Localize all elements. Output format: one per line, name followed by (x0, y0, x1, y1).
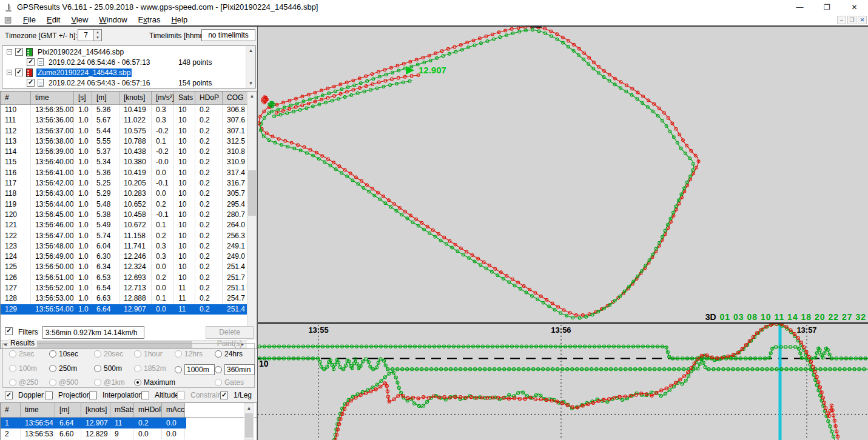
table-row[interactable]: 11913:56:44.0001.05.4810.6520.2100.2295.… (1, 199, 247, 210)
restore-button[interactable]: ❐ (813, 0, 841, 14)
menu-file[interactable]: File (18, 14, 41, 25)
radio-input-360min[interactable] (224, 364, 255, 375)
tree-session-checkbox[interactable] (27, 58, 35, 66)
results-table-scrollbar[interactable]: ▲ (244, 403, 254, 440)
tree-file-label[interactable]: Zume20190224_145443.sbp (36, 68, 132, 77)
menu-help[interactable]: Help (166, 14, 193, 25)
radio-1852m[interactable]: 1852m (134, 364, 166, 373)
radio-1000m[interactable] (175, 364, 215, 375)
tree-expander-icon[interactable]: − (7, 49, 12, 55)
menu-edit[interactable]: Edit (41, 14, 66, 25)
column-header-[interactable]: # (1, 92, 31, 105)
option-doppler[interactable]: Doppler (5, 391, 44, 399)
timezone-spinner[interactable]: 7 ▲ ▼ (78, 29, 102, 41)
radio-circle[interactable] (9, 379, 16, 386)
column-header-m[interactable]: [m] (92, 92, 119, 105)
option-projection[interactable]: Projection (45, 391, 90, 399)
scroll-up-icon[interactable]: ▲ (247, 92, 257, 101)
scroll-down-icon[interactable]: ▼ (246, 79, 255, 88)
option-checkbox[interactable] (220, 392, 228, 399)
tree-file-label[interactable]: Pixi20190224_145446.sbp (36, 48, 125, 56)
radio-circle[interactable] (215, 350, 222, 358)
table-row[interactable]: 11413:56:39.0001.05.3710.438-0.2100.2310… (1, 147, 247, 157)
option-interpolation[interactable]: Interpolation (89, 391, 143, 399)
column-header-knots[interactable]: [knots] (119, 92, 152, 105)
tree-session-label[interactable]: 2019.02.24 06:54:46 - 06:57:13 (47, 58, 151, 67)
title-bar[interactable]: GPSResults V6.161 - 25.09.2018 - www.gps… (0, 0, 868, 14)
delete-points-button[interactable]: Delete Point(s) (206, 326, 254, 339)
option-checkbox[interactable] (89, 392, 97, 399)
results-column-header[interactable]: mHDoP (134, 403, 162, 418)
table-row[interactable]: 11713:56:42.0001.05.2510.205-0.1100.2316… (1, 178, 247, 188)
table-row[interactable]: 12013:56:45.0001.05.3810.458-0.1100.2280… (1, 210, 247, 220)
spinner-up-icon[interactable]: ▲ (94, 30, 101, 35)
radio-circle[interactable] (94, 379, 101, 386)
radio-at1km[interactable]: @1km (94, 378, 125, 387)
option-checkbox[interactable] (141, 392, 149, 399)
table-row[interactable]: 12213:56:47.0001.05.7411.1580.2100.2256.… (1, 231, 247, 241)
menu-extras[interactable]: Extras (133, 14, 166, 25)
column-header-s[interactable]: [s] (74, 92, 92, 105)
radio-maximum[interactable]: Maximum (134, 378, 175, 387)
tree-file-checkbox[interactable] (15, 68, 23, 76)
table-row[interactable]: 11513:56:40.0001.05.3410.380-0.0100.2310… (1, 157, 247, 167)
timelimits-value[interactable]: no timelimits (201, 29, 255, 41)
table-row[interactable]: 11213:56:37.0001.05.4410.575-0.2100.2307… (1, 126, 247, 136)
radio-circle[interactable] (49, 379, 56, 386)
radio-250m[interactable]: 250m (49, 364, 77, 373)
radio-24hrs[interactable]: 24hrs (215, 350, 243, 358)
tree-session-checkbox[interactable] (27, 79, 35, 87)
radio-100m[interactable]: 100m (9, 364, 37, 373)
tree-session-label[interactable]: 2019.02.24 06:54:43 - 06:57:16 (47, 79, 151, 87)
table-row[interactable]: 11813:56:43.0001.05.2910.2830.0100.2305.… (1, 188, 247, 199)
radio-circle[interactable] (94, 350, 101, 358)
tree-file-item[interactable]: −Zume20190224_145443.sbp (2, 67, 245, 78)
option-constrain[interactable]: Constrain (177, 391, 221, 399)
filters-input[interactable] (42, 326, 144, 339)
track-map[interactable]: 12.907 3D01 03 08 10 11 14 18 20 22 27 3… (258, 27, 868, 322)
tree-scrollbar[interactable]: ▲ ▼ (246, 46, 255, 88)
radio-circle[interactable] (49, 365, 56, 372)
radio-circle[interactable] (134, 379, 141, 386)
option-checkbox[interactable] (45, 392, 53, 399)
results-column-header[interactable]: [m] (55, 403, 81, 418)
radio-2sec[interactable]: 2sec (9, 350, 34, 358)
radio-at250[interactable]: @250 (9, 378, 38, 387)
radio-at500[interactable]: @500 (49, 378, 78, 387)
mdi-close-button[interactable]: ✕ (858, 16, 867, 24)
column-header-HDoP[interactable]: HDoP (195, 92, 223, 105)
menu-view[interactable]: View (66, 14, 93, 25)
minimize-button[interactable]: — (786, 0, 813, 14)
radio-gates[interactable]: Gates (215, 378, 244, 387)
column-header-Sats[interactable]: Sats (174, 92, 195, 105)
table-row[interactable]: 11013:56:35.0001.05.3610.4190.3100.2306.… (1, 105, 247, 115)
scroll-up-icon[interactable]: ▲ (246, 46, 255, 55)
results-column-header[interactable]: time (21, 403, 55, 418)
results-table-row[interactable]: 213:56:536.6012.82990.00.0 (1, 428, 186, 439)
column-header-ms[interactable]: [m/s²] (152, 92, 174, 105)
radio-360min[interactable] (215, 364, 255, 375)
spinner-down-icon[interactable]: ▼ (94, 35, 101, 41)
table-vscrollbar[interactable]: ▲ ▼ (247, 92, 257, 340)
scroll-up-icon[interactable]: ▲ (244, 404, 254, 413)
table-row[interactable]: 11313:56:38.0001.05.5510.7880.1100.2312.… (1, 136, 247, 147)
mdi-restore-button[interactable]: ❐ (847, 16, 856, 24)
radio-circle[interactable] (215, 366, 222, 373)
mdi-minimize-button[interactable]: – (837, 16, 846, 24)
radio-circle[interactable] (134, 350, 141, 358)
table-row[interactable]: 11613:56:41.0001.05.3610.4190.0100.2317.… (1, 168, 247, 178)
close-button[interactable]: ✕ (841, 0, 868, 14)
radio-circle[interactable] (49, 350, 56, 358)
radio-circle[interactable] (94, 365, 101, 372)
tree-file-checkbox[interactable] (15, 48, 23, 56)
table-row[interactable]: 12813:56:53.0001.06.6312.8880.1110.2254.… (1, 293, 247, 304)
table-row[interactable]: 12313:56:48.0001.06.0411.7410.3100.2249.… (1, 241, 247, 252)
tree-expander-icon[interactable]: − (7, 70, 12, 75)
radio-circle[interactable] (175, 366, 182, 373)
radio-1hour[interactable]: 1hour (134, 350, 163, 358)
radio-10sec[interactable]: 10sec (49, 350, 78, 358)
scroll-thumb[interactable] (248, 170, 256, 216)
column-header-time[interactable]: time (31, 92, 74, 105)
radio-circle[interactable] (175, 350, 182, 358)
radio-12hrs[interactable]: 12hrs (175, 350, 203, 358)
